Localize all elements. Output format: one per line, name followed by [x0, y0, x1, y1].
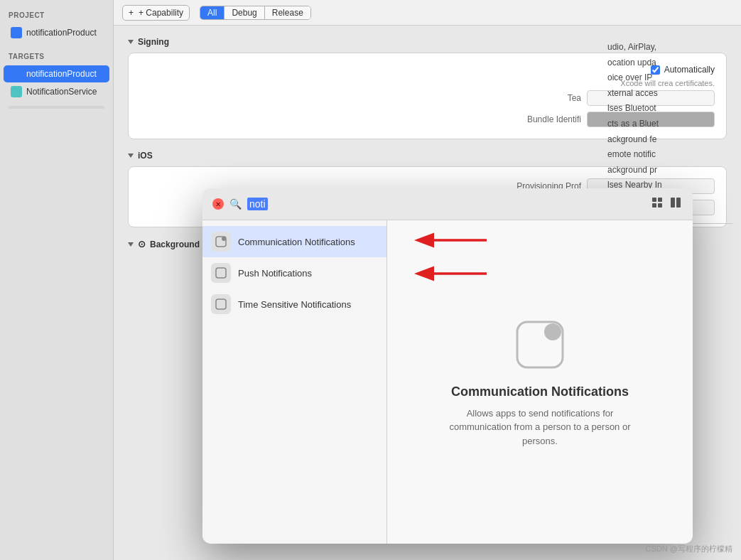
communication-notifications-label: Communication Notifications [238, 237, 355, 247]
bg-option-5: lses Bluetoot [607, 101, 732, 117]
modal-view-buttons [650, 195, 683, 212]
time-sensitive-notifications-label: Time Sensitive Notifications [238, 299, 351, 310]
capability-button[interactable]: + + Capability [122, 5, 190, 21]
modal-header: ✕ 🔍 noti [202, 188, 693, 220]
target1-icon [11, 68, 22, 80]
modal-search-input[interactable]: noti [247, 198, 644, 210]
sidebar-item-project[interactable]: notificationProduct [4, 24, 109, 41]
bg-option-1: udio, AirPlay, [607, 40, 732, 55]
ios-triangle-icon [128, 154, 134, 158]
modal-split-view-button[interactable] [669, 195, 683, 212]
sidebar: PROJECT notificationProduct TARGETS noti… [0, 0, 114, 560]
bg-option-7: ackground fe [607, 132, 732, 148]
modal-capability-list: Communication Notifications Push Notific… [202, 220, 387, 544]
target2-label: NotificationService [26, 87, 97, 97]
filter-all-button[interactable]: All [200, 6, 224, 19]
signing-triangle-icon [128, 40, 134, 44]
target2-icon [11, 86, 22, 97]
push-notifications-label: Push Notifications [238, 268, 312, 279]
bundle-label: Bundle Identifi [527, 114, 581, 124]
modal-detail-panel: Communication Notifications Allows apps … [387, 220, 693, 544]
signing-section-label: Signing [138, 37, 169, 47]
bg-option-3: oice over IP [607, 70, 732, 86]
time-sensitive-notifications-icon [211, 294, 231, 314]
svg-rect-2 [652, 203, 656, 208]
targets-section-label: TARGETS [0, 50, 113, 65]
watermark: CSDN @写程序的柠檬精 [646, 544, 732, 554]
background-triangle-icon [128, 242, 134, 247]
plus-icon: + [129, 8, 134, 18]
bg-option-4: xternal acces [607, 86, 732, 102]
modal-search-icon: 🔍 [229, 198, 242, 210]
project-item-label: notificationProduct [26, 28, 97, 38]
detail-description: Allows apps to send notifications for co… [440, 406, 639, 448]
sidebar-item-target2[interactable]: NotificationService [4, 83, 109, 100]
capability-search-modal: ✕ 🔍 noti [202, 188, 693, 544]
filter-debug-button[interactable]: Debug [224, 6, 264, 19]
push-notifications-icon [211, 263, 231, 283]
svg-rect-0 [652, 198, 656, 202]
ios-section-label: iOS [138, 151, 153, 161]
list-item-communication-notifications[interactable]: Communication Notifications [202, 226, 386, 257]
background-icon: ⊙ [138, 239, 146, 249]
modal-grid-view-button[interactable] [650, 195, 664, 212]
modal-close-button[interactable]: ✕ [212, 198, 224, 210]
svg-point-11 [544, 323, 561, 340]
bg-option-6: cts as a Bluet [607, 117, 732, 132]
search-highlight: noti [247, 198, 268, 210]
svg-rect-4 [671, 198, 675, 208]
bg-option-2: ocation upda [607, 55, 732, 71]
project-icon [11, 27, 22, 38]
progress-bar [9, 106, 104, 109]
toolbar: + + Capability All Debug Release [114, 0, 741, 26]
svg-rect-5 [676, 198, 681, 208]
sidebar-item-target1[interactable]: notificationProduct [4, 65, 109, 82]
background-options-text: udio, AirPlay, ocation upda oice over IP… [607, 40, 732, 209]
communication-notifications-icon [211, 232, 231, 252]
project-section-label: PROJECT [0, 9, 113, 23]
svg-point-7 [222, 237, 226, 241]
svg-rect-8 [216, 268, 226, 278]
filter-group: All Debug Release [200, 6, 311, 20]
svg-rect-3 [658, 203, 662, 208]
filter-release-button[interactable]: Release [264, 6, 310, 19]
svg-rect-1 [658, 198, 662, 202]
background-section-label: Background [150, 239, 200, 249]
bg-option-8: emote notific [607, 147, 732, 163]
bg-option-9: ackground pr [607, 163, 732, 178]
detail-title: Communication Notifications [451, 384, 629, 399]
svg-rect-9 [216, 299, 226, 309]
list-item-time-sensitive-notifications[interactable]: Time Sensitive Notifications [202, 289, 386, 320]
modal-body: Communication Notifications Push Notific… [202, 220, 693, 544]
team-label: Tea [568, 93, 581, 103]
list-item-push-notifications[interactable]: Push Notifications [202, 257, 386, 289]
capability-label: + Capability [139, 8, 183, 18]
target1-label: notificationProduct [26, 69, 97, 79]
detail-icon [512, 316, 568, 373]
